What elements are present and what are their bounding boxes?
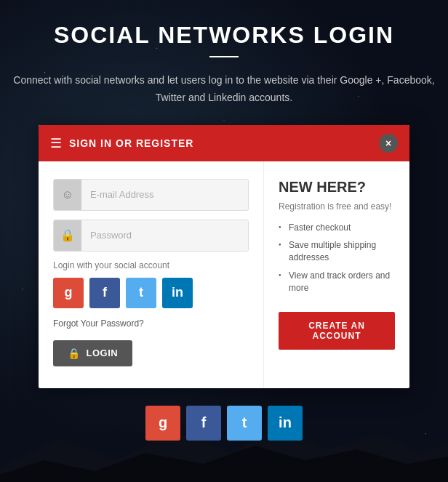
password-input-group: 🔒 (53, 220, 249, 252)
modal-body: ☺ 🔒 Login with your social account g f t… (39, 161, 409, 388)
twitter-login-button[interactable]: t (126, 278, 156, 308)
benefits-list: Faster checkout Save multiple shipping a… (279, 222, 395, 294)
email-icon: ☺ (54, 180, 81, 210)
social-label: Login with your social account (53, 260, 249, 270)
list-icon: ☰ (50, 135, 62, 151)
benefit-2: Save multiple shipping addresses (279, 239, 395, 264)
page-title: SOCIAL NETWORKS LOGIN (54, 22, 394, 49)
modal-header: ☰ SIGN IN OR REGISTER × (39, 125, 409, 161)
login-lock-icon: 🔒 (68, 348, 81, 359)
google-login-button[interactable]: g (53, 278, 84, 308)
registration-free-text: Registration is free and easy! (279, 201, 395, 212)
login-button[interactable]: 🔒 LOGIN (53, 340, 132, 366)
login-label: LOGIN (87, 348, 119, 358)
modal-header-left: ☰ SIGN IN OR REGISTER (50, 135, 193, 151)
email-input-group: ☺ (53, 179, 249, 211)
benefit-1: Faster checkout (279, 222, 395, 234)
page-description: Connect with social networks and let use… (0, 72, 448, 107)
modal-header-title: SIGN IN OR REGISTER (69, 137, 193, 149)
modal: ☰ SIGN IN OR REGISTER × ☺ 🔒 Login with y… (39, 125, 409, 388)
email-input[interactable] (81, 182, 248, 207)
linkedin-login-button[interactable]: in (162, 278, 193, 308)
bottom-social-buttons: g f t in (145, 406, 303, 441)
bottom-google-button[interactable]: g (145, 406, 180, 441)
bottom-twitter-button[interactable]: t (227, 406, 262, 441)
close-button[interactable]: × (379, 134, 398, 153)
right-panel: NEW HERE? Registration is free and easy!… (264, 161, 409, 388)
forgot-password-link[interactable]: Forgot Your Password? (53, 318, 249, 329)
bottom-linkedin-button[interactable]: in (268, 406, 303, 441)
new-here-title: NEW HERE? (279, 179, 395, 196)
create-account-button[interactable]: CREATE AN ACCOUNT (279, 312, 395, 350)
social-buttons: g f t in (53, 278, 249, 308)
lock-icon: 🔒 (54, 220, 81, 251)
title-divider (209, 56, 239, 57)
facebook-login-button[interactable]: f (89, 278, 120, 308)
page-wrapper: SOCIAL NETWORKS LOGIN Connect with socia… (0, 0, 448, 455)
left-panel: ☺ 🔒 Login with your social account g f t… (39, 161, 264, 388)
password-input[interactable] (81, 222, 248, 248)
benefit-3: View and track orders and more (279, 270, 395, 294)
bottom-facebook-button[interactable]: f (186, 406, 221, 441)
